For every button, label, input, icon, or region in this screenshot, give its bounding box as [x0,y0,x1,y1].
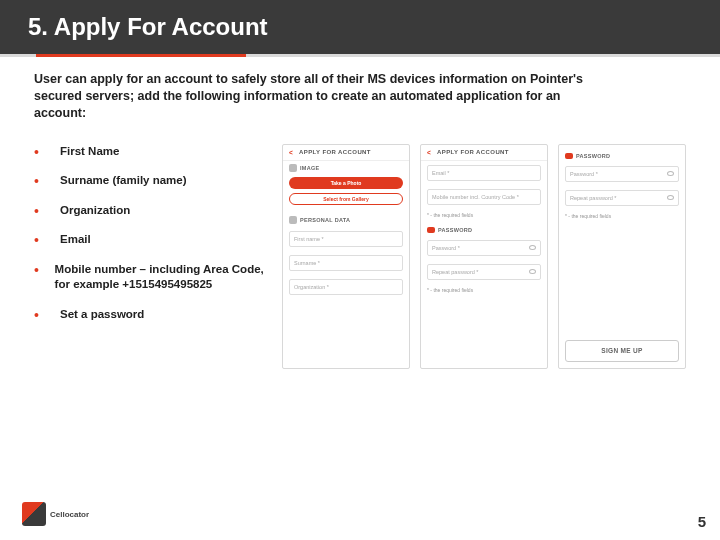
bullet-icon: • [34,263,43,277]
required-note: * - the required fields [421,284,547,299]
bullet-icon: • [34,174,48,188]
eye-icon[interactable] [529,269,536,274]
placeholder: Password * [432,245,460,251]
bullet-label: Organization [48,203,130,219]
screen-title: APPLY FOR ACCOUNT [299,149,371,155]
password-field[interactable]: Password * [427,240,541,256]
placeholder: Repeat password * [570,195,616,201]
bullet-label: Set a password [48,307,144,323]
key-icon [565,153,573,159]
screenshots: < APPLY FOR ACCOUNT IMAGE Take a Photo S… [282,144,686,369]
placeholder: First name * [294,236,324,242]
image-section-label: IMAGE [283,161,409,175]
back-icon[interactable]: < [427,149,433,156]
person-icon [289,216,297,224]
first-name-field[interactable]: First name * [289,231,403,247]
password-field[interactable]: Password * [565,166,679,182]
section-text: IMAGE [300,165,320,171]
select-gallery-button[interactable]: Select from Gallery [289,193,403,205]
title-bar: 5. Apply For Account [0,0,720,54]
body-row: •First Name •Surname (family name) •Orga… [34,144,686,369]
screen-header: < APPLY FOR ACCOUNT [421,145,547,161]
list-item: •Organization [34,203,282,219]
intro-text: User can apply for an account to safely … [34,71,594,122]
bullet-icon: • [34,233,48,247]
placeholder: Repeat password * [432,269,478,275]
accent-orange [36,54,246,57]
repeat-password-field[interactable]: Repeat password * [565,190,679,206]
slide: 5. Apply For Account User can apply for … [0,0,720,540]
logo: Cellocator [22,502,89,526]
take-photo-button[interactable]: Take a Photo [289,177,403,189]
placeholder: Organization * [294,284,329,290]
repeat-password-field[interactable]: Repeat password * [427,264,541,280]
list-item: •Email [34,232,282,248]
image-icon [289,164,297,172]
surname-field[interactable]: Surname * [289,255,403,271]
placeholder: Mobile number incl. Country Code * [432,194,519,200]
bullet-label: Email [48,232,91,248]
section-text: PASSWORD [438,227,472,233]
bullet-label: First Name [48,144,119,160]
bullet-icon: • [34,145,48,159]
password-section-label: PASSWORD [421,224,547,236]
logo-icon [22,502,46,526]
required-note: * - the required fields [559,210,685,225]
bullet-icon: • [34,308,48,322]
required-note: * - the required fields [421,209,547,224]
screenshot-3: PASSWORD Password * Repeat password * * … [558,144,686,369]
slide-title: 5. Apply For Account [28,13,268,41]
organization-field[interactable]: Organization * [289,279,403,295]
section-text: PERSONAL DATA [300,217,350,223]
back-icon[interactable]: < [289,149,295,156]
screenshot-1: < APPLY FOR ACCOUNT IMAGE Take a Photo S… [282,144,410,369]
eye-icon[interactable] [667,171,674,176]
page-number: 5 [698,513,706,530]
logo-text: Cellocator [50,510,89,519]
mobile-field[interactable]: Mobile number incl. Country Code * [427,189,541,205]
list-item: •First Name [34,144,282,160]
email-field[interactable]: Email * [427,165,541,181]
personal-data-label: PERSONAL DATA [283,213,409,227]
content: User can apply for an account to safely … [0,57,720,369]
screen-header: < APPLY FOR ACCOUNT [283,145,409,161]
list-item: •Set a password [34,307,282,323]
bullet-label: Surname (family name) [48,173,187,189]
placeholder: Surname * [294,260,320,266]
password-section-label: PASSWORD [559,145,685,162]
placeholder: Password * [570,171,598,177]
list-item: •Mobile number – including Area Code, fo… [34,262,282,293]
screen-title: APPLY FOR ACCOUNT [437,149,509,155]
bullet-label: Mobile number – including Area Code, for… [43,262,282,293]
screenshot-2: < APPLY FOR ACCOUNT Email * Mobile numbe… [420,144,548,369]
eye-icon[interactable] [529,245,536,250]
list-item: •Surname (family name) [34,173,282,189]
eye-icon[interactable] [667,195,674,200]
section-text: PASSWORD [576,153,610,159]
bullet-list: •First Name •Surname (family name) •Orga… [34,144,282,369]
placeholder: Email * [432,170,449,176]
sign-me-up-button[interactable]: SIGN ME UP [565,340,679,362]
key-icon [427,227,435,233]
accent-bar [0,54,720,57]
bullet-icon: • [34,204,48,218]
